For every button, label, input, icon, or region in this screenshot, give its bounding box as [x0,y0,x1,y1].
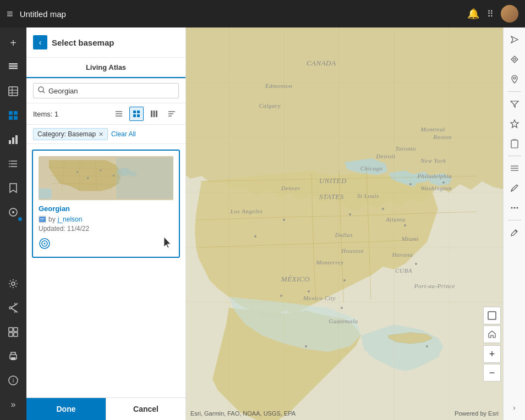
svg-rect-7 [9,111,13,115]
cancel-button[interactable]: Cancel [106,398,185,420]
svg-rect-1 [9,68,18,69]
app-title: Untitled map [20,9,461,19]
svg-line-32 [43,91,45,93]
user-avatar[interactable] [501,5,518,23]
right-clipboard-icon[interactable] [506,135,523,152]
right-expand-icon[interactable]: › [506,399,523,417]
right-edit-icon[interactable] [506,224,523,241]
sidebar-item-bookmark[interactable] [2,177,24,199]
notification-icon[interactable]: 🔔 [467,8,479,20]
sidebar-item-list[interactable] [2,153,24,175]
sidebar-item-group[interactable] [2,321,24,343]
sidebar-item-chart[interactable] [2,129,24,151]
svg-rect-13 [15,135,18,144]
svg-rect-96 [511,140,518,148]
right-separator-1 [508,91,521,92]
svg-rect-61 [40,217,46,222]
svg-rect-37 [137,110,140,113]
svg-rect-36 [133,110,136,113]
svg-rect-41 [154,110,155,117]
svg-point-60 [129,172,137,176]
done-button[interactable]: Done [26,398,106,420]
svg-rect-38 [133,114,136,117]
right-star-icon[interactable] [506,115,523,132]
svg-point-17 [9,161,10,162]
result-actions [39,236,173,251]
map-label-monterrey: Monterrey [316,259,344,266]
result-author-link[interactable]: j_nelson [58,215,83,223]
svg-rect-26 [14,333,18,336]
right-search-icon[interactable] [506,51,523,68]
map-label-united: UNITED [319,176,347,185]
result-card-georgian[interactable]: Georgian by j_nelson Updated: 11/4/22 [32,150,180,258]
right-filter-icon[interactable] [506,95,523,113]
home-view-button[interactable] [483,325,501,343]
search-input[interactable] [48,87,174,95]
view-list-button[interactable] [112,107,126,121]
svg-point-52 [76,171,78,173]
svg-text:i: i [13,377,14,384]
hamburger-menu-icon[interactable]: ≡ [7,8,13,20]
svg-rect-0 [9,65,18,67]
svg-point-88 [280,295,282,297]
svg-point-31 [39,87,43,92]
map-label-boston: Boston [433,134,452,140]
zoom-in-button[interactable]: + [483,345,501,363]
map-label-philadelphia: Philadelphia [417,173,452,179]
sidebar-item-basemap[interactable] [2,104,24,126]
sidebar-item-expand[interactable]: » [2,394,24,416]
svg-rect-62 [40,218,45,219]
clear-all-button[interactable]: Clear All [111,129,136,140]
sidebar-item-layers[interactable] [2,56,24,78]
sidebar-item-drawing[interactable] [2,201,24,223]
svg-point-82 [404,224,406,226]
result-meta-icon [39,215,46,223]
apps-grid-icon[interactable]: ⠿ [487,9,493,19]
search-icon [38,86,45,95]
sidebar-item-share[interactable] [2,297,24,319]
sidebar-left: + [0,27,26,420]
fullscreen-button[interactable] [483,307,501,324]
right-navigate-icon[interactable] [506,31,523,48]
view-columns-button[interactable] [147,107,161,121]
map-label-denver: Denver [281,185,300,191]
svg-point-18 [9,163,10,164]
result-action-favorite[interactable] [39,237,51,250]
right-lines-icon[interactable] [506,159,523,177]
filter-tag-label: Category: Basemap [37,130,96,138]
zoom-out-button[interactable]: − [483,364,501,382]
svg-rect-25 [9,333,13,336]
search-container [26,79,185,103]
map-label-guatemala: Guatemala [329,318,358,324]
map-label-miami: Miami [402,235,419,242]
svg-point-81 [382,208,384,210]
map-label-stlouis: St Louis [357,192,379,199]
sidebar-item-add[interactable]: + [2,32,24,54]
map-attribution-right: Powered by Esri [455,410,499,417]
filter-tag-close-icon[interactable]: ✕ [99,131,103,138]
sidebar-item-table[interactable] [2,80,24,102]
main-content: + [0,27,525,420]
svg-rect-39 [137,114,140,117]
view-grid-button[interactable] [129,107,144,121]
map-label-cuba: CUBA [395,267,412,274]
sidebar-item-settings[interactable] [2,273,24,295]
svg-point-79 [409,183,412,185]
svg-point-50 [113,175,114,176]
panel-tab-bar: Living Atlas [26,58,185,79]
right-location-icon[interactable] [506,70,523,88]
sidebar-item-info[interactable]: i [2,369,24,391]
map-attribution: Esri, Garmin, FAO, NOAA, USGS, EPA [190,410,296,417]
sidebar-item-print[interactable] [2,345,24,367]
panel-header: ‹ Select basemap [26,27,185,58]
tab-living-atlas[interactable]: Living Atlas [26,58,185,78]
panel-back-button[interactable]: ‹ [33,35,47,49]
map-label-dallas: Dallas [335,231,353,238]
result-thumbnail [39,156,173,200]
svg-point-22 [12,282,15,285]
filter-tag-basemap[interactable]: Category: Basemap ✕ [33,128,108,140]
topbar: ≡ Untitled map 🔔 ⠿ [0,0,525,27]
right-more-icon[interactable] [506,199,523,217]
right-pen-icon[interactable] [506,179,523,197]
view-sort-button[interactable] [165,107,179,121]
